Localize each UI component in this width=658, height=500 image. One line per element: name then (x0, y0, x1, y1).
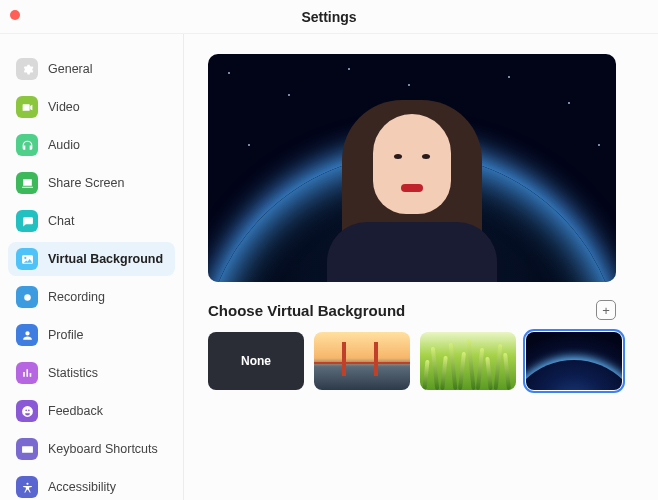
window-title: Settings (301, 9, 356, 25)
sidebar-item-audio[interactable]: Audio (8, 128, 175, 162)
sidebar-item-label: Keyboard Shortcuts (48, 442, 158, 456)
main-panel: Choose Virtual Background + None (184, 34, 658, 500)
accessibility-icon (16, 476, 38, 498)
sidebar-item-share-screen[interactable]: Share Screen (8, 166, 175, 200)
sidebar-item-label: Virtual Background (48, 252, 163, 266)
sidebar-item-chat[interactable]: Chat (8, 204, 175, 238)
close-window-button[interactable] (10, 10, 20, 20)
sidebar-item-label: Video (48, 100, 80, 114)
sidebar-item-recording[interactable]: Recording (8, 280, 175, 314)
sidebar-item-label: Statistics (48, 366, 98, 380)
headphones-icon (16, 134, 38, 156)
sidebar-item-accessibility[interactable]: Accessibility (8, 470, 175, 500)
sidebar-item-label: Accessibility (48, 480, 116, 494)
window-controls[interactable] (10, 10, 20, 20)
image-icon (16, 248, 38, 270)
record-icon (16, 286, 38, 308)
svg-point-0 (24, 294, 31, 301)
background-thumb-none[interactable]: None (208, 332, 304, 390)
video-preview (208, 54, 616, 282)
sidebar-item-statistics[interactable]: Statistics (8, 356, 175, 390)
sidebar-item-label: Recording (48, 290, 105, 304)
section-title: Choose Virtual Background (208, 302, 405, 319)
person-silhouette (322, 72, 502, 282)
stats-icon (16, 362, 38, 384)
background-thumb-earth[interactable] (526, 332, 622, 390)
video-icon (16, 96, 38, 118)
sidebar-item-video[interactable]: Video (8, 90, 175, 124)
settings-sidebar: GeneralVideoAudioShare ScreenChatVirtual… (0, 34, 184, 500)
sidebar-item-label: Chat (48, 214, 74, 228)
background-thumbnails: None (208, 332, 616, 390)
sidebar-item-label: Audio (48, 138, 80, 152)
sidebar-item-label: Share Screen (48, 176, 124, 190)
keyboard-icon (16, 438, 38, 460)
sidebar-item-virtual-background[interactable]: Virtual Background (8, 242, 175, 276)
share-icon (16, 172, 38, 194)
background-thumb-grass[interactable] (420, 332, 516, 390)
thumb-label: None (241, 354, 271, 368)
sidebar-item-general[interactable]: General (8, 52, 175, 86)
sidebar-item-label: Feedback (48, 404, 103, 418)
background-thumb-bridge[interactable] (314, 332, 410, 390)
titlebar: Settings (0, 0, 658, 34)
sidebar-item-feedback[interactable]: Feedback (8, 394, 175, 428)
gear-icon (16, 58, 38, 80)
sidebar-item-label: General (48, 62, 92, 76)
add-background-button[interactable]: + (596, 300, 616, 320)
sidebar-item-profile[interactable]: Profile (8, 318, 175, 352)
smile-icon (16, 400, 38, 422)
user-icon (16, 324, 38, 346)
chat-icon (16, 210, 38, 232)
sidebar-item-keyboard-shortcuts[interactable]: Keyboard Shortcuts (8, 432, 175, 466)
sidebar-item-label: Profile (48, 328, 83, 342)
